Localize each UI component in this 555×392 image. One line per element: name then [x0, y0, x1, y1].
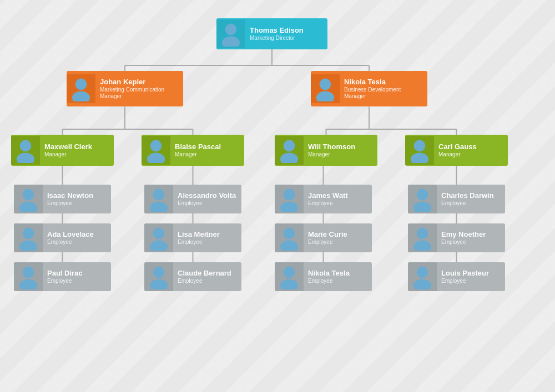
node-m2: Blaise Pascal Manager: [142, 135, 244, 166]
title-ceo: Marketing Director: [250, 35, 323, 42]
svg-point-34: [284, 140, 295, 152]
svg-point-44: [153, 189, 165, 201]
svg-point-58: [417, 228, 428, 240]
name-m1: Maxwell Clerk: [44, 142, 109, 151]
avatar-e4a: [408, 185, 437, 213]
svg-point-61: [413, 279, 431, 289]
name-e3a: James Watt: [308, 191, 367, 200]
svg-point-53: [280, 241, 298, 251]
title-e2c: Employee: [178, 278, 237, 284]
name-e1c: Paul Dirac: [47, 269, 107, 278]
avatar-e3a: [275, 185, 304, 213]
title-m4: Manager: [438, 151, 503, 158]
node-e2c: Claude Bernard Employee: [144, 262, 241, 291]
node-m4: Carl Gauss Manager: [405, 135, 508, 166]
svg-point-40: [23, 228, 34, 240]
node-e2b: Lisa Meitner Employee: [144, 223, 241, 252]
svg-point-26: [75, 79, 87, 90]
avatar-e4b: [408, 223, 437, 252]
avatar-e3b: [275, 223, 304, 252]
svg-point-31: [17, 153, 34, 163]
title-e3b: Employee: [308, 239, 367, 246]
svg-point-46: [153, 228, 165, 240]
name-ceo: Thomas Edison: [250, 26, 323, 35]
node-e1c: Paul Dirac Employee: [14, 262, 111, 291]
svg-point-45: [150, 202, 168, 212]
name-m2: Blaise Pascal: [175, 142, 240, 151]
svg-point-35: [280, 153, 298, 163]
svg-point-51: [280, 202, 298, 212]
title-e1b: Employee: [47, 239, 107, 246]
svg-point-43: [19, 279, 37, 289]
avatar-m3: [275, 136, 304, 165]
svg-point-27: [72, 91, 90, 101]
node-ceo: Thomas Edison Marketing Director: [216, 18, 327, 49]
name-e2c: Claude Bernard: [178, 269, 237, 278]
svg-point-56: [417, 189, 428, 201]
title-l2_right: Business Development Manager: [344, 86, 423, 100]
node-l2_left: Johan Kepler Marketing Communication Man…: [67, 71, 183, 106]
name-e4c: Louis Pasteur: [441, 269, 501, 278]
avatar-e2b: [144, 223, 173, 252]
svg-point-48: [153, 267, 165, 278]
avatar-e1b: [14, 223, 43, 252]
svg-point-28: [320, 79, 331, 90]
name-e4b: Emy Noether: [441, 230, 501, 239]
svg-point-59: [413, 241, 431, 251]
avatar-l2_right: [311, 74, 340, 103]
svg-point-42: [23, 267, 34, 278]
name-l2_left: Johan Kepler: [100, 78, 179, 86]
title-e4a: Employee: [441, 200, 501, 207]
title-e1a: Employee: [47, 200, 107, 207]
node-l2_right: Nikola Tesla Business Development Manage…: [311, 71, 427, 106]
svg-point-33: [147, 153, 165, 163]
page-title: [0, 0, 555, 16]
svg-point-32: [150, 140, 162, 152]
node-m1: Maxwell Clerk Manager: [11, 135, 114, 166]
node-e4b: Emy Noether Employee: [408, 223, 505, 252]
svg-point-41: [19, 241, 37, 251]
title-e4c: Employee: [441, 278, 501, 284]
avatar-ceo: [216, 19, 245, 48]
node-e3b: Marie Curie Employee: [275, 223, 372, 252]
svg-point-39: [19, 202, 37, 212]
avatar-e4c: [408, 262, 437, 291]
title-e3c: Employee: [308, 278, 367, 284]
avatar-m1: [11, 136, 40, 165]
avatar-m4: [405, 136, 434, 165]
node-e4c: Louis Pasteur Employee: [408, 262, 505, 291]
avatar-e3c: [275, 262, 304, 291]
name-e1b: Ada Lovelace: [47, 230, 107, 239]
node-e1a: Isaac Newton Employee: [14, 185, 111, 213]
title-e2a: Employee: [178, 200, 237, 207]
svg-point-38: [23, 189, 34, 201]
svg-point-60: [417, 267, 428, 278]
title-e4b: Employee: [441, 239, 501, 246]
title-e2b: Employee: [178, 239, 237, 246]
name-l2_right: Nikola Tesla: [344, 78, 423, 86]
node-e3c: Nikola Tesla Employee: [275, 262, 372, 291]
svg-point-50: [284, 189, 295, 201]
node-e3a: James Watt Employee: [275, 185, 372, 213]
svg-point-36: [414, 140, 426, 152]
node-e2a: Alessandro Volta Employee: [144, 185, 241, 213]
svg-point-57: [413, 202, 431, 212]
node-e4a: Charles Darwin Employee: [408, 185, 505, 213]
svg-point-29: [316, 91, 334, 101]
svg-point-25: [222, 37, 240, 47]
avatar-e1a: [14, 185, 43, 213]
name-e1a: Isaac Newton: [47, 191, 107, 200]
avatar-e1c: [14, 262, 43, 291]
title-e3a: Employee: [308, 200, 367, 207]
svg-point-54: [284, 267, 295, 278]
avatar-e2a: [144, 185, 173, 213]
avatar-e2c: [144, 262, 173, 291]
node-m3: Will Thomson Manager: [275, 135, 377, 166]
svg-point-52: [284, 228, 295, 240]
svg-point-47: [150, 241, 168, 251]
name-e4a: Charles Darwin: [441, 191, 501, 200]
svg-point-37: [411, 153, 428, 163]
name-e2b: Lisa Meitner: [178, 230, 237, 239]
title-m1: Manager: [44, 151, 109, 158]
svg-point-49: [150, 279, 168, 289]
